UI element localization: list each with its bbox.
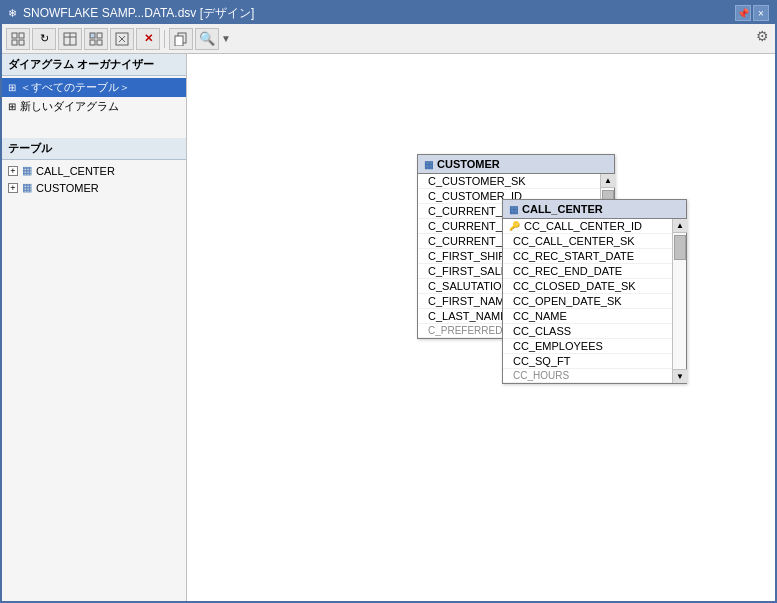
schema-icon <box>115 32 129 46</box>
cc-scroll-thumb[interactable] <box>674 235 686 260</box>
settings-icon[interactable]: ⚙ <box>756 28 769 44</box>
refresh-toolbar-btn[interactable]: ↻ <box>32 28 56 50</box>
svg-rect-3 <box>19 40 24 45</box>
svg-rect-10 <box>97 40 102 45</box>
table-name-call-center: CALL_CENTER <box>36 165 115 177</box>
table-row: CC_HOURS <box>503 369 672 383</box>
table-row: CC_REC_END_DATE <box>503 264 672 279</box>
table-row: CC_SQ_FT <box>503 354 672 369</box>
call-center-columns: 🔑 CC_CALL_CENTER_ID CC_CALL_CENTER_SK CC… <box>503 219 672 383</box>
svg-rect-8 <box>97 33 102 38</box>
main-layout: ダイアグラム オーガナイザー ⊞ ＜すべてのテーブル＞ ⊞ 新しいダイアグラム … <box>2 54 775 603</box>
title-bar-left: ❄ SNOWFLAKE SAMP...DATA.dsv [デザイン] <box>8 5 254 22</box>
grid-icon <box>11 32 25 46</box>
copy-icon <box>174 32 188 46</box>
plus-icon-customer: + <box>10 183 15 193</box>
cc-scroll-track <box>673 233 686 369</box>
table-row: CC_CLASS <box>503 324 672 339</box>
search-toolbar-btn[interactable]: 🔍 <box>195 28 219 50</box>
table-item-call-center[interactable]: + ▦ CALL_CENTER <box>2 162 186 179</box>
delete-toolbar-btn[interactable]: ✕ <box>136 28 160 50</box>
schema-toolbar-btn[interactable] <box>110 28 134 50</box>
plus-icon: + <box>10 166 15 176</box>
title-bar: ❄ SNOWFLAKE SAMP...DATA.dsv [デザイン] 📌 × <box>2 2 775 24</box>
copy-toolbar-btn[interactable] <box>169 28 193 50</box>
table-name-customer: CUSTOMER <box>36 182 99 194</box>
table-row: CC_NAME <box>503 309 672 324</box>
pin-button[interactable]: 📌 <box>735 5 751 21</box>
customer-table-header: ▦ CUSTOMER <box>418 155 614 174</box>
db-table-call-center: ▦ CALL_CENTER 🔑 CC_CALL_CENTER_ID CC_CAL… <box>502 199 687 384</box>
toolbar-sep-1 <box>164 30 165 48</box>
call-center-table-grid-icon: ▦ <box>509 204 518 215</box>
call-center-table-header: ▦ CALL_CENTER <box>503 200 686 219</box>
app-icon: ❄ <box>8 7 17 20</box>
table-row: C_CUSTOMER_SK <box>418 174 600 189</box>
window-title: SNOWFLAKE SAMP...DATA.dsv [デザイン] <box>23 5 254 22</box>
call-center-table-body: 🔑 CC_CALL_CENTER_ID CC_CALL_CENTER_SK CC… <box>503 219 686 383</box>
expand-call-center[interactable]: + <box>8 166 18 176</box>
table-item-customer[interactable]: + ▦ CUSTOMER <box>2 179 186 196</box>
customer-table-name: CUSTOMER <box>437 158 500 170</box>
cc-scroll-down-btn[interactable]: ▼ <box>673 369 687 383</box>
expand-customer[interactable]: + <box>8 183 18 193</box>
organizer-items: ⊞ ＜すべてのテーブル＞ ⊞ 新しいダイアグラム <box>2 76 186 118</box>
table-icon-customer: ▦ <box>22 181 32 194</box>
expand-toolbar-btn[interactable] <box>84 28 108 50</box>
svg-rect-2 <box>12 40 17 45</box>
svg-rect-7 <box>90 33 95 38</box>
table-row: CC_REC_START_DATE <box>503 249 672 264</box>
search-icon: 🔍 <box>199 31 215 46</box>
close-button[interactable]: × <box>753 5 769 21</box>
table-icon-call-center: ▦ <box>22 164 32 177</box>
svg-rect-15 <box>175 36 183 46</box>
key-icon: 🔑 <box>509 221 520 231</box>
organizer-item-new-diagram[interactable]: ⊞ 新しいダイアグラム <box>2 97 186 116</box>
table-grid-icon-small: ⊞ <box>8 82 16 93</box>
call-center-table-name: CALL_CENTER <box>522 203 603 215</box>
table-row: CC_CLOSED_DATE_SK <box>503 279 672 294</box>
toolbar-dropdown[interactable]: ▼ <box>221 33 231 44</box>
svg-rect-1 <box>19 33 24 38</box>
svg-rect-0 <box>12 33 17 38</box>
table-row: CC_EMPLOYEES <box>503 339 672 354</box>
new-diagram-icon: ⊞ <box>8 101 16 112</box>
title-bar-controls: 📌 × <box>735 5 769 21</box>
expand-icon <box>89 32 103 46</box>
organizer-title: ダイアグラム オーガナイザー <box>2 54 186 76</box>
organizer-item-all-tables[interactable]: ⊞ ＜すべてのテーブル＞ <box>2 78 186 97</box>
tables-list: + ▦ CALL_CENTER + ▦ CUSTOMER <box>2 160 186 198</box>
table-row: CC_CALL_CENTER_SK <box>503 234 672 249</box>
table-toolbar-btn[interactable] <box>58 28 82 50</box>
organizer-item-all-tables-label: ＜すべてのテーブル＞ <box>20 80 130 95</box>
delete-icon: ✕ <box>144 32 153 45</box>
cc-scroll-up-btn[interactable]: ▲ <box>673 219 687 233</box>
refresh-icon: ↻ <box>40 32 49 45</box>
call-center-scrollbar[interactable]: ▲ ▼ <box>672 219 686 383</box>
canvas-area: ▦ CUSTOMER C_CUSTOMER_SK C_CUSTOMER_ID C… <box>187 54 775 603</box>
tables-title: テーブル <box>2 138 186 160</box>
scroll-up-btn[interactable]: ▲ <box>601 174 615 188</box>
left-panel: ダイアグラム オーガナイザー ⊞ ＜すべてのテーブル＞ ⊞ 新しいダイアグラム … <box>2 54 187 603</box>
organizer-item-new-diagram-label: 新しいダイアグラム <box>20 99 119 114</box>
table-row-key: 🔑 CC_CALL_CENTER_ID <box>503 219 672 234</box>
customer-table-grid-icon: ▦ <box>424 159 433 170</box>
table-icon <box>63 32 77 46</box>
svg-rect-9 <box>90 40 95 45</box>
grid-toolbar-btn[interactable] <box>6 28 30 50</box>
table-row: CC_OPEN_DATE_SK <box>503 294 672 309</box>
toolbar: ↻ ✕ 🔍 ▼ <box>2 24 775 54</box>
